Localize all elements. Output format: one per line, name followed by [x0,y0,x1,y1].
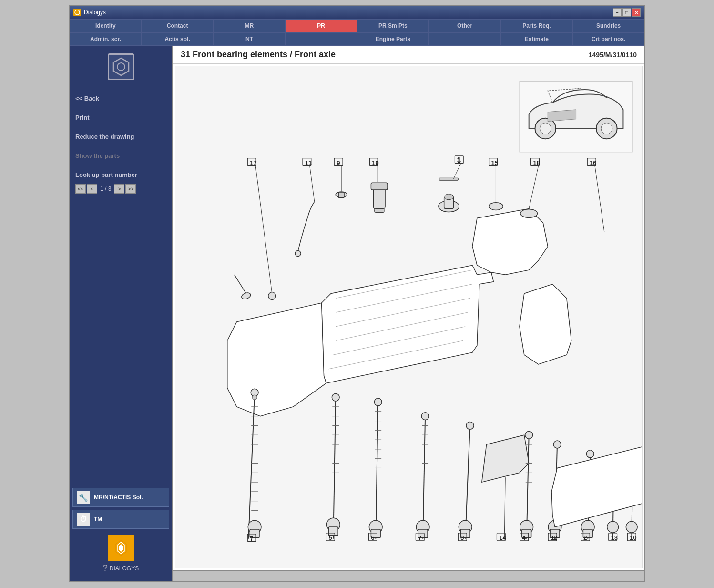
svg-point-37 [295,251,301,257]
minimize-button[interactable]: − [613,8,622,17]
content-header: 31 Front bearing elements / Front axle 1… [173,46,644,64]
tab-actis-sol[interactable]: Actis sol. [142,32,214,46]
svg-line-75 [333,397,336,539]
dialogys-label: ? DIALOGYS [103,563,139,573]
part-7-right: 7 [416,413,429,541]
back-link[interactable]: << Back [71,92,170,105]
svg-point-103 [421,413,429,420]
svg-point-140 [586,450,594,458]
svg-point-134 [553,441,561,448]
part-16: 16 [587,158,604,232]
content-panel: 31 Front bearing elements / Front axle 1… [172,46,644,581]
tab-other[interactable]: Other [429,19,501,32]
svg-point-114 [466,422,474,430]
app-icon [73,9,81,16]
svg-point-0 [75,10,80,15]
tab-pr[interactable]: PR [285,19,357,32]
part-icon [108,53,134,80]
svg-rect-27 [371,183,388,190]
divider-5 [72,165,169,165]
part-5: 5 [326,393,340,541]
sidebar-spacer [71,196,170,486]
svg-point-45 [489,203,503,210]
tab-empty1 [285,32,357,46]
svg-point-49 [520,209,538,218]
small-bolt-top-left [235,275,252,300]
svg-point-2 [117,63,125,71]
svg-text:15: 15 [491,159,498,166]
divider-1 [72,89,169,89]
reduce-drawing-link[interactable]: Reduce the drawing [71,130,170,143]
svg-rect-28 [374,209,384,213]
title-bar-left: Dialogys [73,9,106,16]
svg-point-90 [374,398,382,406]
first-page-button[interactable]: << [75,184,86,194]
drawing-area[interactable]: .part-line { stroke: #333; stroke-width:… [175,66,643,568]
part-19: 19 [369,158,388,213]
wrench-icon: 🔧 [77,491,90,504]
part-9: 9 [334,158,347,198]
last-page-button[interactable]: >> [125,184,136,194]
svg-text:17: 17 [250,159,256,166]
part-17: 17 [247,158,275,300]
print-link[interactable]: Print [71,111,170,124]
parts-diagram: .part-line { stroke: #333; stroke-width:… [175,66,642,568]
part-1: 1 1 [439,156,463,212]
tab-mr[interactable]: MR [214,19,286,32]
svg-text:16: 16 [590,159,596,166]
sidebar: << Back Print Reduce the drawing Show th… [70,46,172,581]
brand-name: DIALOGYS [110,565,139,572]
svg-line-53 [595,166,604,232]
svg-line-41 [255,166,272,294]
show-parts-link[interactable]: Show the parts [71,149,170,162]
svg-point-76 [332,393,339,401]
title-controls: − □ ✕ [613,8,641,17]
svg-text:6: 6 [371,534,374,541]
svg-text:3: 3 [460,534,464,541]
subframe-assembly: 1 1 19 [227,156,642,542]
application-window: Dialogys − □ ✕ Identity Contact MR PR PR… [69,5,645,582]
part-18: 18 [520,158,540,218]
svg-point-8 [540,123,551,134]
next-page-button[interactable]: > [114,184,124,194]
window-title: Dialogys [84,9,106,16]
tab-nt[interactable]: NT [214,32,286,46]
part-6: 6 [368,398,382,541]
status-bar [173,570,644,581]
sidebar-bottom: ? DIALOGYS [71,531,170,577]
divider-4 [72,146,169,146]
svg-text:19: 19 [372,159,378,166]
close-button[interactable]: ✕ [632,8,641,17]
tab-admin-scr[interactable]: Admin. scr. [70,32,142,46]
tab-estimate[interactable]: Estimate [501,32,573,46]
tm-button[interactable]: ⏱ TM [72,510,169,529]
svg-rect-26 [373,187,385,209]
svg-marker-1 [113,58,129,75]
renault-logo [108,535,134,561]
svg-text:18: 18 [533,159,540,166]
maximize-button[interactable]: □ [622,8,631,17]
svg-text:7: 7 [250,535,253,542]
lookup-link[interactable]: Look up part number [71,168,170,181]
svg-text:9: 9 [337,159,340,166]
tab-sundries[interactable]: Sundries [572,19,644,32]
svg-text:10: 10 [630,534,636,541]
divider-3 [72,127,169,127]
mr-nt-actis-button[interactable]: 🔧 MR/NT/ACTIS Sol. [72,488,169,507]
svg-point-10 [601,123,612,134]
svg-line-50 [529,166,539,209]
content-ref: 1495/M/31/0110 [589,51,637,59]
tab-crt-part-nos[interactable]: Crt part nos. [572,32,644,46]
svg-rect-21 [439,178,459,180]
svg-line-38 [310,166,315,202]
tab-engine-parts[interactable]: Engine Parts [357,32,429,46]
tab-identity[interactable]: Identity [70,19,142,32]
tab-contact[interactable]: Contact [142,19,214,32]
part-icon-area [71,50,170,84]
svg-point-19 [444,194,454,200]
svg-point-151 [607,521,619,533]
pagination: << < 1 / 3 > >> [71,182,170,196]
tab-parts-req[interactable]: Parts Req. [501,19,573,32]
tab-pr-sm-pts[interactable]: PR Sm Pts [357,19,429,32]
prev-page-button[interactable]: < [87,184,97,194]
